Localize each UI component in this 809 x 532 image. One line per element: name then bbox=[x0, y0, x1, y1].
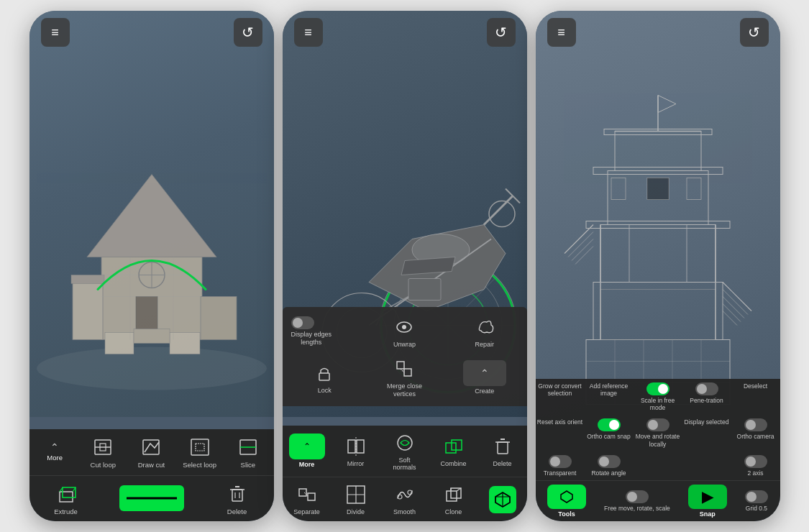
svg-rect-63 bbox=[452, 440, 462, 450]
ortho-camera-cell[interactable]: Ortho camera bbox=[731, 415, 780, 451]
more-label-s1: More bbox=[47, 454, 63, 462]
delete-button-s2[interactable]: Delete bbox=[478, 427, 527, 476]
toolbar-s3: Grow or convert selection Add reference … bbox=[536, 379, 780, 521]
menu-button-2[interactable]: ≡ bbox=[294, 18, 323, 47]
menu-button-1[interactable]: ≡ bbox=[41, 18, 70, 47]
svg-line-92 bbox=[723, 290, 748, 315]
svg-rect-62 bbox=[446, 443, 456, 453]
svg-rect-104 bbox=[615, 132, 701, 171]
merge-icon bbox=[392, 357, 416, 381]
draw-cut-button[interactable]: Draw cut bbox=[132, 432, 170, 472]
undo-button-1[interactable]: ↺ bbox=[234, 18, 262, 47]
tools-button[interactable]: Tools bbox=[547, 485, 586, 518]
svg-rect-96 bbox=[600, 225, 716, 283]
cut-loop-button[interactable]: Cut loop bbox=[84, 432, 122, 472]
grow-convert-cell[interactable]: Grow or convert selection bbox=[536, 379, 585, 415]
svg-marker-117 bbox=[561, 491, 572, 503]
extrude-button[interactable]: Extrude bbox=[47, 479, 85, 518]
green-line-icon bbox=[119, 485, 184, 511]
2axis-cell[interactable]: 2 axis bbox=[731, 451, 780, 480]
ortho-snap-cell[interactable]: Ortho cam snap bbox=[585, 415, 634, 451]
scale-free-cell[interactable]: Scale in free mode bbox=[634, 379, 682, 415]
svg-line-112 bbox=[575, 247, 593, 265]
transparent-cell[interactable]: Transparent bbox=[536, 451, 585, 480]
cube-icon bbox=[489, 486, 516, 513]
line-tool[interactable] bbox=[118, 482, 186, 514]
display-edges-toggle[interactable]: Display edgeslengths bbox=[285, 311, 364, 352]
top-bar-1: ≡ ↺ bbox=[29, 11, 274, 54]
svg-rect-75 bbox=[447, 491, 457, 501]
deselect-cell[interactable]: Deselect bbox=[731, 379, 780, 415]
svg-line-111 bbox=[572, 239, 593, 261]
separate-label: Separate bbox=[293, 508, 320, 516]
more-button-s1[interactable]: ⌃ More bbox=[36, 439, 73, 464]
svg-rect-68 bbox=[308, 493, 315, 500]
clone-label: Clone bbox=[445, 508, 462, 516]
undo-button-2[interactable]: ↺ bbox=[487, 18, 516, 47]
select-loop-button[interactable]: Select loop bbox=[181, 432, 219, 472]
svg-rect-30 bbox=[232, 490, 242, 501]
penetration-toggle bbox=[695, 382, 718, 395]
mirror-button[interactable]: Mirror bbox=[332, 427, 380, 476]
unwrap-button[interactable]: Unwrap bbox=[365, 311, 444, 352]
svg-point-0 bbox=[37, 347, 267, 390]
more-label-s2: More bbox=[299, 461, 315, 469]
svg-rect-10 bbox=[105, 333, 134, 354]
snap-button[interactable]: ▶ Snap bbox=[688, 485, 727, 518]
add-ref-cell[interactable]: Add reference image bbox=[585, 379, 634, 415]
2axis-toggle bbox=[744, 455, 767, 468]
divide-button[interactable]: Divide bbox=[332, 479, 380, 520]
svg-rect-116 bbox=[647, 178, 669, 200]
soft-normals-button[interactable]: Softnormals bbox=[380, 427, 429, 476]
svg-rect-50 bbox=[408, 279, 441, 301]
penetration-cell[interactable]: Pene-tration bbox=[682, 379, 731, 415]
viewport-tower[interactable]: ≡ ↺ bbox=[536, 11, 780, 417]
move-rotate-cell[interactable]: Move and rotate locally bbox=[634, 415, 682, 451]
create-button[interactable]: ⌃ Create bbox=[445, 353, 524, 402]
menu-button-3[interactable]: ≡ bbox=[547, 18, 576, 47]
transparent-toggle bbox=[549, 455, 572, 468]
svg-rect-22 bbox=[196, 444, 204, 451]
svg-rect-58 bbox=[348, 440, 355, 453]
screens-container: ≡ ↺ bbox=[18, 0, 792, 532]
reset-axis-cell[interactable]: Reset axis orient bbox=[536, 415, 585, 451]
viewport-house[interactable]: ≡ ↺ bbox=[29, 11, 274, 417]
delete-icon-s1 bbox=[225, 482, 250, 506]
svg-rect-26 bbox=[63, 487, 76, 497]
delete-label-s2: Delete bbox=[493, 460, 511, 468]
toolbar-row-1-top: ⌃ More Cut loop Draw cut bbox=[29, 429, 274, 474]
repair-button[interactable]: Repair bbox=[445, 311, 524, 352]
slice-button[interactable]: Slice bbox=[229, 432, 267, 472]
cube-button[interactable] bbox=[478, 479, 527, 520]
phone-screen-2: ≡ ↺ bbox=[283, 11, 527, 521]
snap-icon: ▶ bbox=[688, 485, 727, 509]
svg-rect-7 bbox=[73, 283, 103, 340]
lock-button[interactable]: Lock bbox=[285, 353, 364, 402]
more-button-s2[interactable]: ⌃ More bbox=[283, 427, 332, 476]
svg-point-51 bbox=[489, 201, 515, 227]
rotate-angle-cell[interactable]: Rotate angle bbox=[585, 451, 634, 480]
free-move-cell[interactable]: Free move, rotate, scale bbox=[604, 490, 670, 512]
select-loop-icon bbox=[188, 435, 212, 459]
display-selected-cell[interactable]: Display selected bbox=[682, 415, 731, 451]
separate-button[interactable]: Separate bbox=[283, 479, 332, 520]
tools-label: Tools bbox=[558, 510, 575, 518]
move-rotate-label: Move and rotate locally bbox=[635, 433, 681, 447]
smooth-label: Smooth bbox=[393, 508, 416, 516]
smooth-button[interactable]: Smooth bbox=[380, 479, 429, 520]
display-edges-label: Display edgeslengths bbox=[291, 331, 332, 347]
mirror-label: Mirror bbox=[347, 460, 365, 468]
combine-label: Combine bbox=[440, 460, 466, 468]
clone-button[interactable]: Clone bbox=[429, 479, 478, 520]
repair-icon bbox=[472, 315, 497, 339]
combine-button[interactable]: Combine bbox=[429, 427, 478, 476]
grid05-cell[interactable]: Grid 0.5 bbox=[745, 490, 768, 512]
undo-button-3[interactable]: ↺ bbox=[740, 18, 769, 47]
merge-close-button[interactable]: Merge closevertices bbox=[365, 353, 444, 402]
svg-rect-55 bbox=[397, 362, 404, 369]
svg-point-61 bbox=[398, 436, 412, 450]
svg-rect-11 bbox=[170, 333, 200, 354]
delete-button-s1[interactable]: Delete bbox=[219, 479, 256, 518]
svg-rect-20 bbox=[143, 440, 159, 454]
svg-rect-25 bbox=[60, 492, 73, 502]
